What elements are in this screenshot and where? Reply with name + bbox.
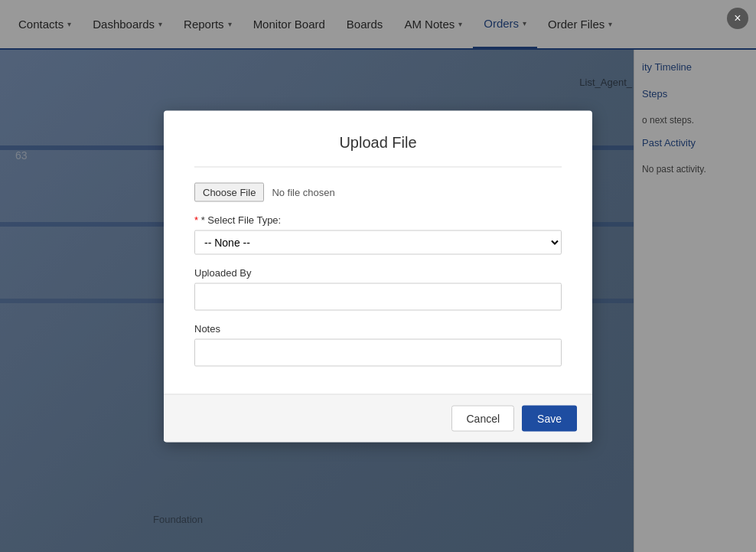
required-star: * (194, 214, 201, 225)
notes-group: Notes (194, 322, 562, 366)
file-name-display: No file chosen (272, 186, 334, 198)
uploaded-by-input[interactable] (194, 283, 562, 310)
file-type-label: * * Select File Type: (194, 214, 562, 225)
modal-body: Upload File Choose File No file chosen *… (164, 110, 592, 394)
cancel-button[interactable]: Cancel (451, 405, 514, 431)
modal-title: Upload File (194, 133, 562, 151)
file-type-select[interactable]: -- None -- (194, 230, 562, 254)
choose-file-button[interactable]: Choose File (194, 182, 264, 201)
uploaded-by-group: Uploaded By (194, 266, 562, 310)
uploaded-by-label: Uploaded By (194, 266, 562, 278)
close-button[interactable]: × (727, 8, 748, 29)
save-button[interactable]: Save (522, 405, 577, 431)
notes-input[interactable] (194, 338, 562, 366)
upload-file-modal: Upload File Choose File No file chosen *… (164, 110, 592, 442)
file-type-group: * * Select File Type: -- None -- (194, 214, 562, 254)
file-input-row: Choose File No file chosen (194, 182, 562, 201)
notes-label: Notes (194, 322, 562, 334)
modal-footer: Cancel Save (164, 394, 592, 442)
modal-divider (194, 166, 562, 167)
